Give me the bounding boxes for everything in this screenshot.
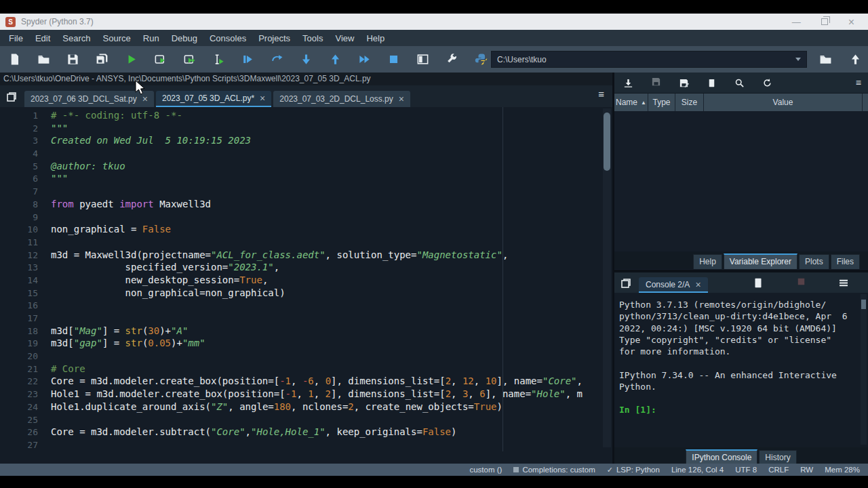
code-text: from pyaedt import Maxwell3d bbox=[38, 199, 211, 211]
right-bottom-panel-tabs: IPython ConsoleHistory bbox=[614, 447, 868, 465]
code-line: 17 bbox=[0, 312, 600, 325]
menu-source[interactable]: Source bbox=[97, 31, 137, 45]
status-item[interactable]: CRLF bbox=[768, 466, 789, 474]
menu-search[interactable]: Search bbox=[56, 31, 96, 45]
tab-files[interactable]: Files bbox=[831, 254, 860, 269]
status-item[interactable]: custom () bbox=[469, 466, 502, 474]
stop-dim-icon[interactable] bbox=[795, 277, 807, 289]
code-editor[interactable]: 1# -*- coding: utf-8 -*-2"""3Created on … bbox=[0, 107, 612, 451]
column-header-value[interactable]: Value bbox=[704, 94, 863, 111]
status-item[interactable]: Mem 28% bbox=[825, 466, 860, 474]
variable-table-header: Name▲TypeSizeValue bbox=[614, 93, 868, 111]
tab-variable-explorer[interactable]: Variable Explorer bbox=[724, 253, 797, 269]
menu-help[interactable]: Help bbox=[360, 31, 391, 45]
tab-ipython-console[interactable]: IPython Console bbox=[686, 449, 757, 465]
save-data-as-icon[interactable] bbox=[677, 76, 690, 89]
console-tab[interactable]: Console 2/A × bbox=[639, 277, 708, 293]
right-top-panel-tabs: HelpVariable ExplorerPlotsFiles bbox=[614, 251, 868, 269]
check-icon: ✓ bbox=[607, 466, 613, 474]
tab-help[interactable]: Help bbox=[693, 254, 722, 269]
open-working-directory-button[interactable] bbox=[816, 50, 834, 68]
search-icon[interactable] bbox=[732, 76, 746, 89]
minimize-button[interactable]: — bbox=[792, 18, 801, 26]
code-text: m3d["gap"] = str(0.05)+"mm" bbox=[38, 338, 205, 350]
step-over-button[interactable] bbox=[268, 51, 285, 68]
maximize-pane-button[interactable] bbox=[414, 51, 431, 68]
line-number: 14 bbox=[0, 274, 38, 287]
step-out-button[interactable] bbox=[326, 51, 344, 68]
column-header-name[interactable]: Name▲ bbox=[614, 94, 648, 111]
console-output[interactable]: Python 3.7.13 (remotes/origin/bdighole/p… bbox=[614, 293, 868, 447]
code-text: """ bbox=[38, 173, 68, 186]
save-all-button[interactable] bbox=[93, 51, 111, 68]
save-data-icon[interactable] bbox=[649, 76, 663, 89]
tab-plots[interactable]: Plots bbox=[799, 254, 829, 269]
clipboard-icon[interactable] bbox=[752, 277, 764, 289]
close-icon[interactable]: × bbox=[695, 281, 701, 289]
menu-consoles[interactable]: Consoles bbox=[203, 31, 252, 45]
code-text: # Core bbox=[38, 363, 85, 376]
open-file-button[interactable] bbox=[35, 51, 52, 68]
status-item[interactable]: Line 126, Col 4 bbox=[671, 466, 724, 474]
status-item[interactable]: RW bbox=[800, 466, 813, 474]
options-menu-icon[interactable] bbox=[837, 277, 850, 289]
editor-vertical-scrollbar[interactable] bbox=[603, 108, 611, 447]
column-header-size[interactable]: Size bbox=[675, 94, 704, 111]
step-into-button[interactable] bbox=[297, 51, 315, 68]
menu-projects[interactable]: Projects bbox=[252, 31, 296, 45]
continue-execution-button[interactable] bbox=[355, 51, 373, 68]
python-env-button[interactable] bbox=[472, 51, 490, 68]
editor-tab-label: 2023_07_06 3D_DCL_Sat.py bbox=[31, 94, 137, 104]
console-line: Python. bbox=[619, 381, 868, 392]
working-directory-value: C:\Users\tkuo bbox=[497, 55, 795, 64]
options-menu-icon[interactable]: ≡ bbox=[856, 80, 861, 85]
restore-button[interactable] bbox=[821, 18, 828, 25]
debug-file-button[interactable] bbox=[239, 51, 256, 68]
run-selection-button[interactable] bbox=[210, 51, 227, 68]
import-data-icon[interactable] bbox=[621, 76, 635, 89]
sort-ascending-icon: ▲ bbox=[641, 100, 646, 106]
code-text: Core = m3d.modeler.subtract("Core","Hole… bbox=[38, 426, 457, 439]
close-icon[interactable]: × bbox=[399, 95, 404, 103]
code-text bbox=[38, 211, 51, 224]
chevron-down-icon[interactable] bbox=[795, 58, 801, 61]
line-number: 8 bbox=[0, 199, 38, 211]
browse-tabs-button[interactable] bbox=[4, 89, 19, 104]
code-text: Core = m3d.modeler.create_box(position=[… bbox=[38, 375, 583, 388]
menu-edit[interactable]: Edit bbox=[29, 31, 56, 45]
run-cell-button[interactable] bbox=[151, 51, 169, 68]
menu-bar: FileEditSearchSourceRunDebugConsolesProj… bbox=[0, 30, 868, 46]
menu-file[interactable]: File bbox=[3, 31, 29, 45]
refresh-icon[interactable] bbox=[760, 76, 774, 89]
stop-button[interactable] bbox=[384, 51, 402, 68]
editor-tab[interactable]: 2023_07_05 3D_ACL.py*× bbox=[156, 91, 271, 107]
close-button[interactable]: × bbox=[848, 18, 854, 26]
clipboard-icon[interactable] bbox=[705, 76, 718, 89]
status-item[interactable]: ✓LSP: Python bbox=[607, 466, 660, 474]
status-item[interactable]: Completions: custom bbox=[513, 466, 595, 474]
file-path-breadcrumb: C:\Users\tkuo\OneDrive - ANSYS, Inc\Docu… bbox=[0, 73, 612, 85]
menu-view[interactable]: View bbox=[329, 31, 360, 45]
working-directory-combo[interactable]: C:\Users\tkuo bbox=[491, 51, 807, 68]
menu-debug[interactable]: Debug bbox=[165, 31, 203, 45]
tab-history[interactable]: History bbox=[759, 450, 796, 465]
run-button[interactable] bbox=[122, 51, 140, 68]
new-file-button[interactable] bbox=[5, 51, 23, 68]
close-icon[interactable]: × bbox=[260, 94, 265, 102]
status-item[interactable]: UTF 8 bbox=[735, 466, 757, 474]
console-scrollbar[interactable] bbox=[861, 294, 867, 445]
code-text: m3d = Maxwell3d(projectname="ACL_for_cla… bbox=[38, 249, 508, 262]
menu-run[interactable]: Run bbox=[137, 31, 165, 45]
right-panel-column: ≡ Name▲TypeSizeValue HelpVariable Explor… bbox=[614, 73, 868, 464]
variable-table-body[interactable] bbox=[614, 111, 868, 251]
tab-options-menu-icon[interactable]: ≡ bbox=[598, 91, 604, 97]
preferences-button[interactable] bbox=[443, 51, 460, 68]
menu-tools[interactable]: Tools bbox=[296, 31, 329, 45]
column-header-type[interactable]: Type bbox=[648, 94, 675, 111]
save-button[interactable] bbox=[64, 51, 81, 68]
code-line: 12m3d = Maxwell3d(projectname="ACL_for_c… bbox=[0, 249, 600, 262]
editor-tab[interactable]: 2023_07_03_2D_DCL_Loss.py× bbox=[273, 91, 410, 107]
go-to-parent-directory-button[interactable] bbox=[846, 50, 864, 68]
run-cell-advance-button[interactable] bbox=[180, 51, 198, 68]
browse-tabs-button[interactable] bbox=[618, 276, 633, 291]
